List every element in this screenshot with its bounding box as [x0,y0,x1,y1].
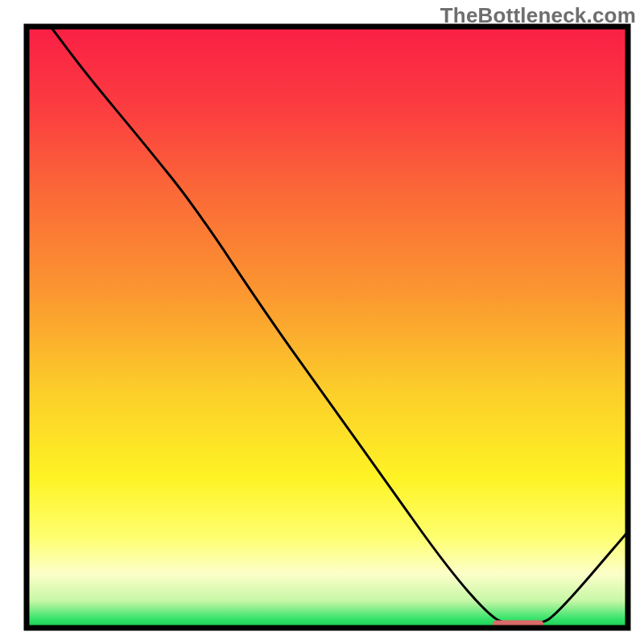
plot-background [27,27,628,628]
chart-frame: TheBottleneck.com [0,0,644,644]
watermark-text: TheBottleneck.com [440,3,636,28]
bottleneck-chart [0,0,644,644]
